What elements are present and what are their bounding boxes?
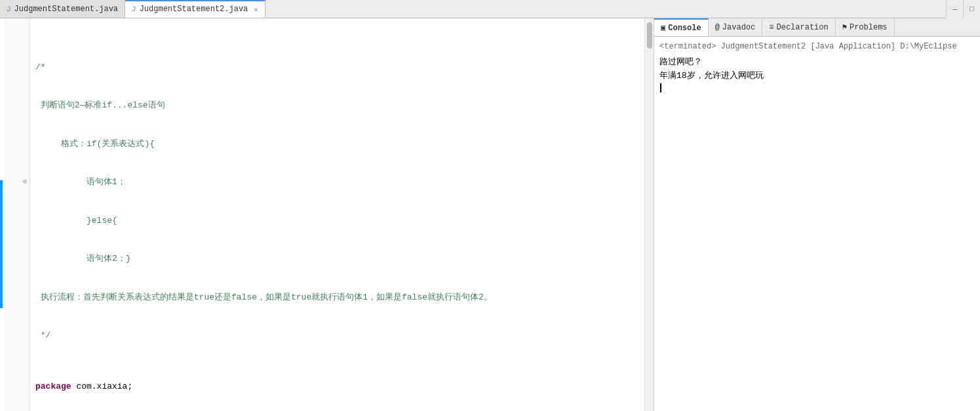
console-icon: ▣: [661, 23, 665, 33]
problems-icon: ⚑: [842, 22, 847, 32]
code-editor[interactable]: /* 判断语句2—标准if...else语句 格式：if(关系表达式){ 语句体…: [30, 18, 644, 411]
javadoc-icon: @: [715, 23, 720, 32]
right-panel: ▣ Console @ Javadoc ≡ Declaration ⚑ Prob…: [654, 18, 980, 411]
code-line: /*: [35, 61, 639, 74]
tab-judgment-statement2[interactable]: J JudgmentStatement2.java ✕: [125, 0, 265, 18]
tab-label: JudgmentStatement.java: [14, 5, 118, 14]
tab-javadoc[interactable]: @ Javadoc: [709, 18, 763, 36]
code-line: */: [35, 329, 639, 342]
terminated-line: <terminated> JudgmentStatement2 [Java Ap…: [659, 41, 975, 53]
tab-close-button[interactable]: ✕: [254, 5, 258, 14]
right-tab-bar: ▣ Console @ Javadoc ≡ Declaration ⚑ Prob…: [654, 18, 980, 37]
code-line: 执行流程：首先判断关系表达式的结果是true还是false，如果是true就执行…: [35, 291, 639, 304]
maximize-button[interactable]: □: [963, 0, 980, 18]
line-numbers: ⊖: [4, 18, 30, 411]
editor-wrapper: ⊖ /* 判断语句2—标准if...else语: [0, 18, 654, 411]
code-line: 格式：if(关系表达式){: [35, 138, 639, 151]
console-output-area: <terminated> JudgmentStatement2 [Java Ap…: [654, 37, 980, 411]
console-output-line2: 年满18岁，允许进入网吧玩: [659, 69, 975, 83]
tab-console[interactable]: ▣ Console: [654, 18, 709, 36]
minimize-button[interactable]: —: [946, 0, 963, 18]
window-controls: — □: [946, 0, 980, 18]
code-line: 语句体2；}: [35, 252, 639, 265]
tab-label-2: JudgmentStatement2.java: [140, 5, 248, 14]
javadoc-tab-label: Javadoc: [722, 23, 755, 32]
declaration-tab-label: Declaration: [776, 23, 828, 32]
code-line: 语句体1；: [35, 176, 639, 189]
scrollbar-thumb[interactable]: [647, 22, 652, 49]
editor-tab-bar: J JudgmentStatement.java J JudgmentState…: [0, 0, 980, 18]
tab-judgment-statement[interactable]: J JudgmentStatement.java: [0, 0, 125, 18]
java-file-icon: J: [7, 5, 11, 13]
code-line: package com.xiaxia;: [35, 380, 639, 393]
tab-problems[interactable]: ⚑ Problems: [836, 18, 895, 36]
cursor: [660, 83, 661, 92]
editor-scrollbar[interactable]: [644, 18, 654, 411]
tab-declaration[interactable]: ≡ Declaration: [762, 18, 835, 36]
console-output-line1: 路过网吧？: [659, 56, 975, 69]
declaration-icon: ≡: [769, 23, 774, 32]
collapse-arrow[interactable]: ⊖: [23, 176, 27, 189]
gutter-blue-line: [0, 180, 3, 308]
main-area: ⊖ /* 判断语句2—标准if...else语: [0, 18, 980, 411]
console-cursor-line: [659, 83, 975, 92]
java-file-icon-2: J: [132, 5, 136, 13]
code-line: }else{: [35, 214, 639, 227]
console-tab-label: Console: [668, 24, 701, 33]
left-gutter: [0, 18, 4, 411]
code-line: 判断语句2—标准if...else语句: [35, 99, 639, 112]
problems-tab-label: Problems: [850, 23, 888, 32]
editor-panel: ⊖ /* 判断语句2—标准if...else语: [0, 18, 654, 411]
